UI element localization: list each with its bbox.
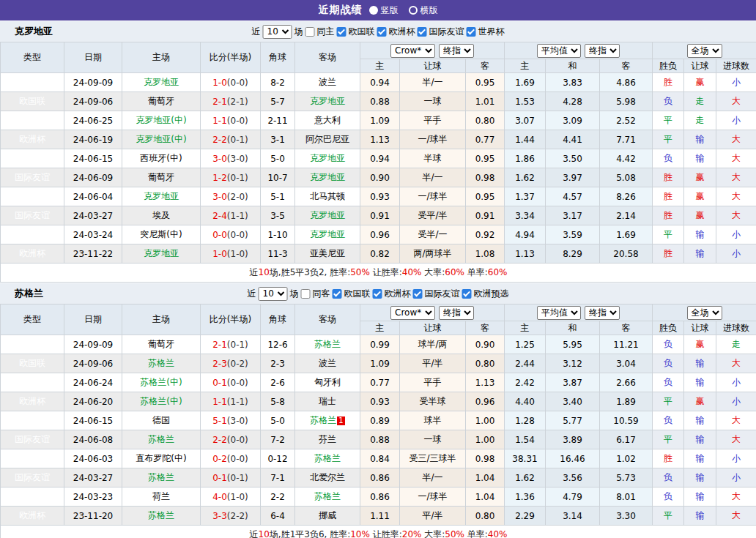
away-team[interactable]: 克罗地亚: [310, 210, 345, 220]
away-team-cell: 意大利: [295, 111, 360, 130]
home-team[interactable]: 西班牙(中): [140, 153, 182, 163]
home-team[interactable]: 葡萄牙: [148, 339, 174, 349]
home-team[interactable]: 苏格兰: [148, 510, 174, 520]
match-date: 24-06-08: [64, 430, 122, 449]
match-count-select[interactable]: 10: [263, 25, 292, 39]
full-time-score: 1-0: [212, 249, 227, 259]
odds-source-selects: 平均值终指: [537, 44, 620, 58]
league-filter-checkbox-0[interactable]: [337, 27, 346, 37]
away-team-cell: 亚美尼亚: [295, 244, 360, 264]
away-team[interactable]: 北马其顿: [310, 191, 345, 201]
same-venue-checkbox[interactable]: [301, 289, 311, 299]
radio-vertical-layout[interactable]: 竖版: [369, 4, 399, 17]
league-filter-label: 国际友谊: [425, 288, 460, 300]
same-venue-checkbox[interactable]: [305, 27, 315, 37]
away-team[interactable]: 克罗地亚: [310, 153, 345, 163]
odds-select-0-0[interactable]: Crow*: [390, 44, 435, 58]
away-team[interactable]: 北爱尔兰: [310, 472, 345, 482]
result-wdl: 平: [653, 507, 684, 526]
league-filter-checkbox-3[interactable]: [462, 289, 472, 299]
section-bar: 苏格兰近10场同客欧国联欧洲杯国际友谊欧洲预选: [0, 283, 756, 304]
home-team[interactable]: 苏格兰: [148, 434, 174, 444]
result-wdl: 负: [653, 373, 684, 392]
odds-source-selects: Crow*终指: [390, 306, 474, 320]
home-team[interactable]: 苏格兰(中): [140, 396, 182, 406]
odds-select-0-1[interactable]: 终指: [439, 306, 474, 320]
odds-select-1-0[interactable]: 平均值: [537, 44, 581, 58]
home-team[interactable]: 荷兰: [152, 491, 170, 501]
league-filter-checkbox-1[interactable]: [373, 289, 382, 299]
home-team[interactable]: 克罗地亚: [144, 77, 179, 87]
odds-select-0-1[interactable]: 终指: [439, 44, 474, 58]
home-team[interactable]: 直布罗陀(中): [136, 453, 186, 463]
odds-home: 0.89: [360, 411, 400, 430]
corners: 1-10: [261, 225, 295, 244]
home-team[interactable]: 突尼斯(中): [140, 229, 182, 239]
result-handicap-value: 输: [696, 248, 705, 258]
result-handicap-value: 输: [696, 510, 705, 520]
odds-away: 1.04: [466, 468, 505, 487]
sub-header-1-0: 主: [505, 321, 546, 335]
result-wdl: 平: [653, 111, 684, 130]
league-filter-checkbox-2[interactable]: [418, 27, 427, 37]
away-team[interactable]: 芬兰: [319, 434, 336, 444]
table-row: 欧国联24-09-09克罗地亚1-0(0-0)8-2波兰0.94半/一0.951…: [1, 73, 756, 92]
league-filter-checkbox-3[interactable]: [467, 27, 476, 37]
odds-select-1-0[interactable]: 平均值: [537, 306, 581, 320]
away-team[interactable]: 苏格兰: [314, 339, 341, 349]
away-team[interactable]: 苏格兰: [314, 453, 341, 463]
handicap-line: 一/球半: [400, 130, 466, 149]
odds-select-2-0[interactable]: 全场: [687, 306, 722, 320]
away-team[interactable]: 苏格兰: [314, 491, 341, 501]
home-team[interactable]: 苏格兰: [148, 472, 174, 482]
half-time-score: (0-1): [227, 135, 248, 145]
odds-select-1-1[interactable]: 终指: [585, 306, 620, 320]
result-wdl: 负: [653, 411, 684, 430]
result-goals: 走: [716, 335, 756, 354]
odds-select-2-0[interactable]: 全场: [687, 44, 722, 58]
table-row: 欧洲杯24-06-15西班牙(中)3-0(3-0)5-0克罗地亚0.94半球0.…: [1, 149, 756, 168]
away-team[interactable]: 苏格兰: [310, 415, 336, 425]
team-sections: 克罗地亚近10场同主欧国联欧洲杯国际友谊世界杯类型日期主场比分(半场)角球客场C…: [0, 20, 756, 538]
result-goals-value: 小: [732, 377, 741, 387]
odds-select-1-1[interactable]: 终指: [585, 44, 620, 58]
league-filter-checkbox-1[interactable]: [377, 27, 387, 37]
avg-draw: 3.87: [546, 373, 600, 392]
away-team[interactable]: 克罗地亚: [310, 96, 345, 106]
radio-vertical-label: 竖版: [381, 4, 399, 17]
radio-horizontal-layout[interactable]: 横版: [409, 4, 438, 17]
away-team-cell: 苏格兰: [295, 487, 360, 507]
away-team[interactable]: 亚美尼亚: [310, 248, 345, 258]
odds-select-0-0[interactable]: Crow*: [390, 306, 435, 320]
home-team[interactable]: 克罗地亚: [144, 248, 179, 258]
home-team[interactable]: 苏格兰(中): [140, 377, 182, 387]
away-team[interactable]: 挪威: [319, 510, 336, 520]
home-team[interactable]: 克罗地亚(中): [136, 115, 186, 125]
avg-home: 2.29: [505, 507, 546, 526]
away-team[interactable]: 克罗地亚: [310, 229, 345, 239]
away-team[interactable]: 瑞士: [319, 396, 336, 406]
league-filter-checkbox-2[interactable]: [413, 289, 423, 299]
result-handicap: 输: [684, 487, 716, 507]
away-team[interactable]: 波兰: [319, 77, 336, 87]
away-team[interactable]: 匈牙利: [314, 377, 341, 387]
away-team[interactable]: 意大利: [314, 115, 341, 125]
match-count-select[interactable]: 10: [259, 287, 288, 301]
home-team[interactable]: 苏格兰: [148, 358, 174, 368]
avg-draw: 5.95: [546, 335, 600, 354]
home-team[interactable]: 葡萄牙: [148, 96, 174, 106]
away-team[interactable]: 波兰: [319, 358, 336, 368]
league-badge: 欧洲杯: [1, 244, 64, 264]
home-team[interactable]: 克罗地亚: [144, 191, 179, 201]
home-team[interactable]: 德国: [152, 415, 170, 425]
odds-away: 0.91: [466, 206, 505, 225]
table-row: 欧洲杯23-11-20苏格兰3-3(2-2)6-4挪威1.11平/半0.802.…: [1, 507, 756, 526]
result-wdl-value: 平: [664, 396, 672, 406]
score-cell: 2-2(0-1): [201, 130, 261, 149]
away-team[interactable]: 克罗地亚: [310, 172, 345, 182]
home-team[interactable]: 埃及: [152, 210, 170, 220]
away-team[interactable]: 阿尔巴尼亚: [305, 134, 349, 144]
home-team[interactable]: 葡萄牙: [148, 172, 174, 182]
league-filter-checkbox-0[interactable]: [333, 289, 342, 299]
home-team[interactable]: 克罗地亚(中): [136, 134, 186, 144]
